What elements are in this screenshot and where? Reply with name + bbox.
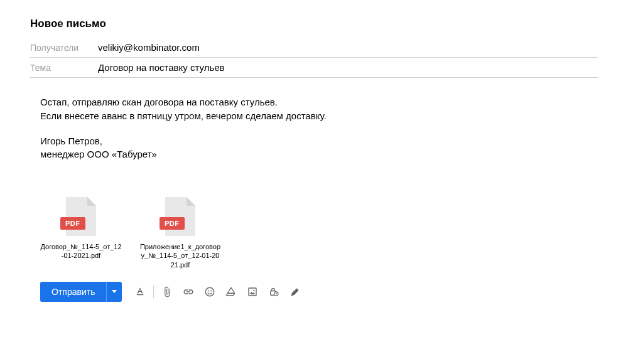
attachment-filename: Приложение1_к_договору_№_114-5_от_12-01-… xyxy=(139,242,221,269)
toolbar-separator xyxy=(153,286,154,298)
lock-clock-icon xyxy=(268,286,279,297)
pdf-file-icon: PDF xyxy=(65,196,97,237)
emoji-icon xyxy=(204,286,215,297)
insert-image-button[interactable] xyxy=(243,282,262,301)
formatting-button[interactable] xyxy=(131,282,149,301)
link-icon xyxy=(183,286,194,297)
recipients-input[interactable] xyxy=(98,42,598,53)
pen-icon xyxy=(290,286,301,297)
pdf-file-icon: PDF xyxy=(164,196,197,237)
send-button-group: Отправить xyxy=(40,282,122,302)
recipients-row: Получатели xyxy=(30,38,598,58)
pdf-badge: PDF xyxy=(160,217,185,230)
body-line: Если внесете аванс в пятницу утром, вече… xyxy=(40,109,598,123)
emoji-button[interactable] xyxy=(200,282,219,301)
send-options-dropdown[interactable] xyxy=(106,282,122,302)
confidential-mode-button[interactable] xyxy=(264,282,283,301)
svg-point-2 xyxy=(211,290,212,291)
subject-label: Тема xyxy=(30,63,98,73)
recipients-label: Получатели xyxy=(30,43,98,53)
send-button[interactable]: Отправить xyxy=(40,282,106,302)
insert-link-button[interactable] xyxy=(179,282,198,301)
attachment-item[interactable]: PDF Договор_№_114-5_от_12-01-2021.pdf xyxy=(40,196,122,269)
signature-line: менеджер ООО «Табурет» xyxy=(40,147,598,161)
attach-button[interactable] xyxy=(158,282,176,301)
compose-toolbar: Отправить xyxy=(40,282,598,302)
message-body[interactable]: Остап, отправляю скан договора на постав… xyxy=(40,95,598,161)
compose-title: Новое письмо xyxy=(30,18,598,30)
attachments-list: PDF Договор_№_114-5_от_12-01-2021.pdf PD… xyxy=(40,196,598,269)
subject-input[interactable] xyxy=(98,62,598,73)
image-icon xyxy=(247,286,258,297)
paperclip-icon xyxy=(161,286,173,297)
svg-rect-3 xyxy=(249,288,256,296)
chevron-down-icon xyxy=(112,290,117,293)
attachment-item[interactable]: PDF Приложение1_к_договору_№_114-5_от_12… xyxy=(139,196,221,269)
signature-button[interactable] xyxy=(286,282,305,301)
body-line: Остап, отправляю скан договора на постав… xyxy=(40,95,598,109)
svg-point-4 xyxy=(254,290,255,291)
subject-row: Тема xyxy=(30,58,598,78)
signature-line: Игорь Петров, xyxy=(40,134,598,148)
attachment-filename: Договор_№_114-5_от_12-01-2021.pdf xyxy=(40,242,122,260)
svg-point-0 xyxy=(206,287,215,296)
pdf-badge: PDF xyxy=(60,217,85,230)
svg-point-1 xyxy=(208,290,209,291)
drive-icon xyxy=(225,286,237,297)
text-format-icon xyxy=(134,286,146,297)
insert-drive-button[interactable] xyxy=(222,282,241,301)
